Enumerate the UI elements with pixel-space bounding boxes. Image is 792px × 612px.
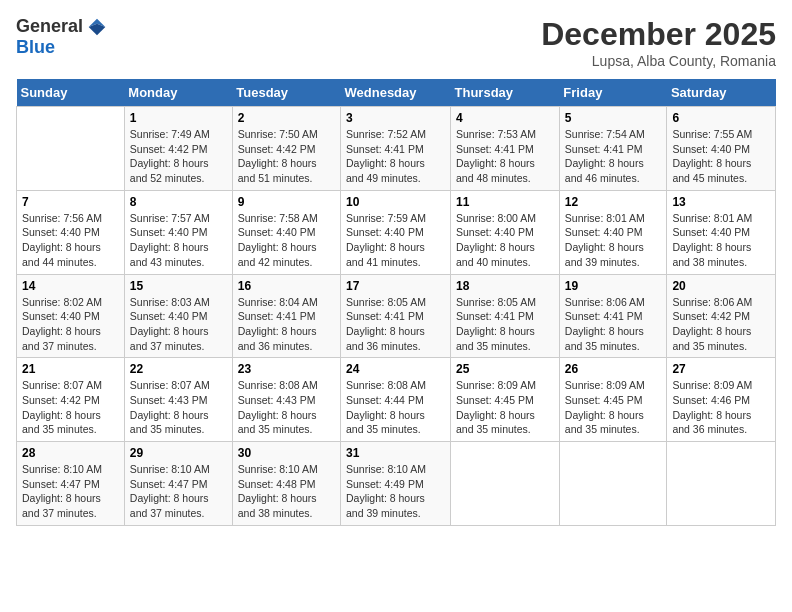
calendar-cell: 24 Sunrise: 8:08 AMSunset: 4:44 PMDaylig…: [341, 358, 451, 442]
day-info: Sunrise: 7:56 AMSunset: 4:40 PMDaylight:…: [22, 212, 102, 268]
logo-blue-text: Blue: [16, 37, 55, 58]
calendar-cell: 3 Sunrise: 7:52 AMSunset: 4:41 PMDayligh…: [341, 107, 451, 191]
day-number: 18: [456, 279, 554, 293]
calendar-cell: [17, 107, 125, 191]
day-info: Sunrise: 8:10 AMSunset: 4:47 PMDaylight:…: [130, 463, 210, 519]
day-number: 30: [238, 446, 335, 460]
calendar-body: 1 Sunrise: 7:49 AMSunset: 4:42 PMDayligh…: [17, 107, 776, 526]
calendar-cell: 23 Sunrise: 8:08 AMSunset: 4:43 PMDaylig…: [232, 358, 340, 442]
calendar-cell: 4 Sunrise: 7:53 AMSunset: 4:41 PMDayligh…: [451, 107, 560, 191]
day-number: 31: [346, 446, 445, 460]
day-number: 17: [346, 279, 445, 293]
calendar-cell: 11 Sunrise: 8:00 AMSunset: 4:40 PMDaylig…: [451, 190, 560, 274]
day-info: Sunrise: 7:54 AMSunset: 4:41 PMDaylight:…: [565, 128, 645, 184]
day-number: 7: [22, 195, 119, 209]
day-number: 1: [130, 111, 227, 125]
day-info: Sunrise: 8:10 AMSunset: 4:47 PMDaylight:…: [22, 463, 102, 519]
calendar-cell: 7 Sunrise: 7:56 AMSunset: 4:40 PMDayligh…: [17, 190, 125, 274]
day-number: 23: [238, 362, 335, 376]
page-subtitle: Lupsa, Alba County, Romania: [541, 53, 776, 69]
week-row-3: 21 Sunrise: 8:07 AMSunset: 4:42 PMDaylig…: [17, 358, 776, 442]
day-number: 4: [456, 111, 554, 125]
calendar-cell: 19 Sunrise: 8:06 AMSunset: 4:41 PMDaylig…: [559, 274, 667, 358]
day-number: 2: [238, 111, 335, 125]
day-info: Sunrise: 8:10 AMSunset: 4:49 PMDaylight:…: [346, 463, 426, 519]
day-number: 3: [346, 111, 445, 125]
day-number: 5: [565, 111, 662, 125]
calendar-cell: 10 Sunrise: 7:59 AMSunset: 4:40 PMDaylig…: [341, 190, 451, 274]
calendar-cell: 8 Sunrise: 7:57 AMSunset: 4:40 PMDayligh…: [124, 190, 232, 274]
page-header: General Blue December 2025 Lupsa, Alba C…: [16, 16, 776, 69]
page-title: December 2025: [541, 16, 776, 53]
day-number: 13: [672, 195, 770, 209]
header-cell-tuesday: Tuesday: [232, 79, 340, 107]
day-info: Sunrise: 7:59 AMSunset: 4:40 PMDaylight:…: [346, 212, 426, 268]
day-info: Sunrise: 8:01 AMSunset: 4:40 PMDaylight:…: [672, 212, 752, 268]
header-cell-saturday: Saturday: [667, 79, 776, 107]
day-info: Sunrise: 8:01 AMSunset: 4:40 PMDaylight:…: [565, 212, 645, 268]
day-info: Sunrise: 7:57 AMSunset: 4:40 PMDaylight:…: [130, 212, 210, 268]
calendar-cell: 2 Sunrise: 7:50 AMSunset: 4:42 PMDayligh…: [232, 107, 340, 191]
week-row-2: 14 Sunrise: 8:02 AMSunset: 4:40 PMDaylig…: [17, 274, 776, 358]
header-cell-friday: Friday: [559, 79, 667, 107]
day-info: Sunrise: 7:52 AMSunset: 4:41 PMDaylight:…: [346, 128, 426, 184]
logo-icon: [87, 17, 107, 37]
day-info: Sunrise: 7:55 AMSunset: 4:40 PMDaylight:…: [672, 128, 752, 184]
calendar-cell: 18 Sunrise: 8:05 AMSunset: 4:41 PMDaylig…: [451, 274, 560, 358]
week-row-1: 7 Sunrise: 7:56 AMSunset: 4:40 PMDayligh…: [17, 190, 776, 274]
calendar-cell: 30 Sunrise: 8:10 AMSunset: 4:48 PMDaylig…: [232, 442, 340, 526]
day-info: Sunrise: 8:10 AMSunset: 4:48 PMDaylight:…: [238, 463, 318, 519]
calendar-cell: 20 Sunrise: 8:06 AMSunset: 4:42 PMDaylig…: [667, 274, 776, 358]
header-cell-thursday: Thursday: [451, 79, 560, 107]
day-number: 6: [672, 111, 770, 125]
week-row-4: 28 Sunrise: 8:10 AMSunset: 4:47 PMDaylig…: [17, 442, 776, 526]
calendar-cell: 13 Sunrise: 8:01 AMSunset: 4:40 PMDaylig…: [667, 190, 776, 274]
calendar-cell: 27 Sunrise: 8:09 AMSunset: 4:46 PMDaylig…: [667, 358, 776, 442]
day-info: Sunrise: 8:02 AMSunset: 4:40 PMDaylight:…: [22, 296, 102, 352]
calendar-cell: 14 Sunrise: 8:02 AMSunset: 4:40 PMDaylig…: [17, 274, 125, 358]
calendar-cell: 21 Sunrise: 8:07 AMSunset: 4:42 PMDaylig…: [17, 358, 125, 442]
calendar-cell: 22 Sunrise: 8:07 AMSunset: 4:43 PMDaylig…: [124, 358, 232, 442]
calendar-cell: 9 Sunrise: 7:58 AMSunset: 4:40 PMDayligh…: [232, 190, 340, 274]
day-info: Sunrise: 8:00 AMSunset: 4:40 PMDaylight:…: [456, 212, 536, 268]
day-info: Sunrise: 8:07 AMSunset: 4:42 PMDaylight:…: [22, 379, 102, 435]
logo-general-text: General: [16, 16, 83, 37]
calendar-header: SundayMondayTuesdayWednesdayThursdayFrid…: [17, 79, 776, 107]
header-cell-sunday: Sunday: [17, 79, 125, 107]
day-number: 26: [565, 362, 662, 376]
calendar-cell: 6 Sunrise: 7:55 AMSunset: 4:40 PMDayligh…: [667, 107, 776, 191]
day-number: 12: [565, 195, 662, 209]
calendar-cell: [559, 442, 667, 526]
calendar-cell: 15 Sunrise: 8:03 AMSunset: 4:40 PMDaylig…: [124, 274, 232, 358]
day-number: 25: [456, 362, 554, 376]
day-number: 15: [130, 279, 227, 293]
day-info: Sunrise: 8:09 AMSunset: 4:46 PMDaylight:…: [672, 379, 752, 435]
header-row: SundayMondayTuesdayWednesdayThursdayFrid…: [17, 79, 776, 107]
calendar-cell: 1 Sunrise: 7:49 AMSunset: 4:42 PMDayligh…: [124, 107, 232, 191]
title-block: December 2025 Lupsa, Alba County, Romani…: [541, 16, 776, 69]
day-info: Sunrise: 8:08 AMSunset: 4:43 PMDaylight:…: [238, 379, 318, 435]
logo: General Blue: [16, 16, 107, 58]
day-info: Sunrise: 8:04 AMSunset: 4:41 PMDaylight:…: [238, 296, 318, 352]
calendar-cell: 16 Sunrise: 8:04 AMSunset: 4:41 PMDaylig…: [232, 274, 340, 358]
calendar-cell: 5 Sunrise: 7:54 AMSunset: 4:41 PMDayligh…: [559, 107, 667, 191]
day-number: 14: [22, 279, 119, 293]
calendar-cell: [667, 442, 776, 526]
day-number: 29: [130, 446, 227, 460]
day-number: 19: [565, 279, 662, 293]
day-info: Sunrise: 8:06 AMSunset: 4:42 PMDaylight:…: [672, 296, 752, 352]
header-cell-wednesday: Wednesday: [341, 79, 451, 107]
header-cell-monday: Monday: [124, 79, 232, 107]
day-info: Sunrise: 7:49 AMSunset: 4:42 PMDaylight:…: [130, 128, 210, 184]
calendar-cell: 29 Sunrise: 8:10 AMSunset: 4:47 PMDaylig…: [124, 442, 232, 526]
calendar-cell: 25 Sunrise: 8:09 AMSunset: 4:45 PMDaylig…: [451, 358, 560, 442]
day-number: 8: [130, 195, 227, 209]
day-info: Sunrise: 8:09 AMSunset: 4:45 PMDaylight:…: [456, 379, 536, 435]
day-number: 22: [130, 362, 227, 376]
day-info: Sunrise: 8:09 AMSunset: 4:45 PMDaylight:…: [565, 379, 645, 435]
calendar-table: SundayMondayTuesdayWednesdayThursdayFrid…: [16, 79, 776, 526]
day-info: Sunrise: 7:58 AMSunset: 4:40 PMDaylight:…: [238, 212, 318, 268]
day-info: Sunrise: 8:07 AMSunset: 4:43 PMDaylight:…: [130, 379, 210, 435]
day-number: 21: [22, 362, 119, 376]
calendar-cell: [451, 442, 560, 526]
